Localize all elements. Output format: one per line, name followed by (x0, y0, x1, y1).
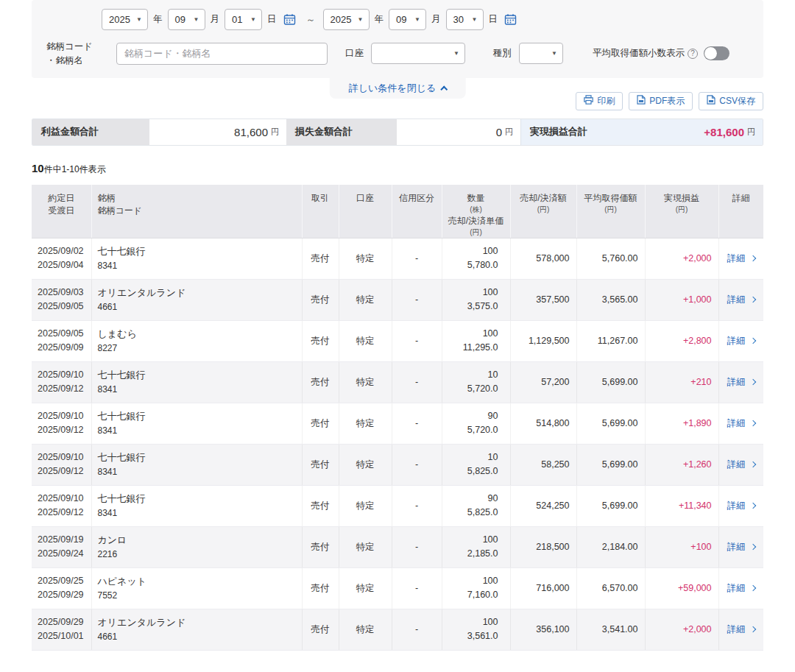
table-header-row: 約定日受渡日 銘柄銘柄コード 取引 口座 信用区分 数量(株)売却/決済単価(円… (32, 185, 763, 238)
cell-realized-pl: +1,890 (645, 403, 718, 444)
cell-dates: 2025/09/252025/09/29 (32, 567, 91, 609)
cell-realized-pl: +59,000 (645, 567, 718, 609)
to-day-value: 30 (453, 14, 464, 25)
cell-amount: 57,200 (510, 361, 576, 403)
search-conditions-panel: 2025▼ 年 09▼ 月 01▼ 日 ～ 2025▼ 年 09▼ 月 30▼ … (32, 0, 763, 78)
header-amount: 売却/決済額(円) (510, 185, 576, 238)
cell-trade: 売付 (302, 526, 339, 567)
chevron-right-icon (750, 338, 756, 344)
currency-suffix: 円 (505, 127, 513, 138)
to-month-select[interactable]: 09▼ (389, 9, 426, 30)
cell-detail: 詳細 (718, 444, 763, 485)
cell-stock: オリエンタルランド4661 (91, 609, 302, 650)
chevron-down-icon: ▼ (136, 16, 142, 23)
detail-link[interactable]: 詳細 (727, 500, 755, 512)
cell-dates: 2025/09/292025/10/01 (32, 609, 91, 650)
cell-qty-unitprice: 105,720.0 (442, 361, 510, 403)
cell-qty-unitprice: 905,720.0 (442, 403, 510, 444)
cell-qty-unitprice: 1003,561.0 (442, 609, 510, 650)
detail-link[interactable]: 詳細 (727, 252, 755, 265)
to-day-select[interactable]: 30▼ (446, 9, 484, 30)
cell-qty-unitprice: 905,825.0 (442, 485, 510, 526)
cell-dates: 2025/09/022025/09/04 (32, 238, 91, 279)
cell-stock: しまむら8227 (91, 320, 302, 361)
cell-qty-unitprice: 1002,185.0 (442, 526, 510, 567)
cell-stock: 七十七銀行8341 (91, 238, 302, 279)
avg-price-decimal-label: 平均取得価額小数表示 (593, 47, 685, 60)
cell-realized-pl: +2,800 (645, 320, 718, 361)
chevron-down-icon: ▼ (358, 16, 364, 23)
stock-code-name-input[interactable] (116, 43, 328, 65)
cell-detail: 詳細 (718, 526, 763, 567)
cell-dates: 2025/09/192025/09/24 (32, 526, 91, 567)
chevron-right-icon (750, 503, 756, 509)
close-conditions-link[interactable]: 詳しい条件を閉じる (349, 82, 447, 95)
cell-detail: 詳細 (718, 238, 763, 279)
table-row: 2025/09/292025/10/01 オリエンタルランド4661 売付 特定… (32, 609, 763, 650)
summary-bar: 利益金額合計 81,600円 損失金額合計 0円 実現損益合計 +81,600円 (32, 119, 763, 146)
detail-link[interactable]: 詳細 (727, 335, 755, 347)
cell-trade: 売付 (302, 279, 339, 320)
profit-total-label: 利益金額合計 (32, 119, 149, 145)
from-year-select[interactable]: 2025▼ (102, 9, 148, 30)
chevron-down-icon: ▼ (472, 16, 478, 23)
pdf-view-button[interactable]: PDF表示 (629, 92, 693, 110)
account-select[interactable]: ▼ (371, 43, 465, 64)
cell-dates: 2025/09/052025/09/09 (32, 320, 91, 361)
header-qty: 数量(株)売却/決済単価(円) (442, 185, 510, 238)
cell-margin: - (392, 444, 442, 485)
chevron-down-icon: ▼ (250, 16, 256, 23)
from-year-value: 2025 (109, 14, 130, 25)
chevron-right-icon (750, 585, 756, 591)
detail-link[interactable]: 詳細 (727, 459, 755, 471)
cell-dates: 2025/09/102025/09/12 (32, 485, 91, 526)
cell-stock: 七十七銀行8341 (91, 403, 302, 444)
cell-margin: - (392, 320, 442, 361)
csv-save-button[interactable]: CSV保存 (699, 92, 763, 110)
header-stock: 銘柄銘柄コード (91, 185, 302, 238)
day-suffix: 日 (267, 13, 277, 26)
detail-link[interactable]: 詳細 (727, 417, 755, 430)
month-suffix: 月 (431, 13, 441, 26)
help-icon[interactable]: ? (688, 49, 698, 59)
cell-detail: 詳細 (718, 279, 763, 320)
cell-account: 特定 (339, 403, 392, 444)
cell-realized-pl: +1,000 (645, 279, 718, 320)
cell-realized-pl: +2,000 (645, 609, 718, 650)
cell-trade: 売付 (302, 485, 339, 526)
result-count: 10件中1-10件表示 (32, 162, 763, 176)
cell-margin: - (392, 238, 442, 279)
cell-account: 特定 (339, 526, 392, 567)
to-month-value: 09 (396, 14, 406, 25)
cell-amount: 1,129,500 (510, 320, 576, 361)
detail-link[interactable]: 詳細 (727, 294, 755, 306)
to-calendar-icon[interactable] (504, 13, 517, 26)
detail-link[interactable]: 詳細 (727, 376, 755, 389)
from-calendar-icon[interactable] (283, 13, 296, 26)
table-row: 2025/09/192025/09/24 カンロ2216 売付 特定 - 100… (32, 526, 763, 567)
detail-link[interactable]: 詳細 (727, 623, 755, 636)
detail-link[interactable]: 詳細 (727, 582, 755, 595)
from-day-select[interactable]: 01▼ (225, 9, 262, 30)
cell-account: 特定 (339, 238, 392, 279)
cell-detail: 詳細 (718, 609, 763, 650)
chevron-right-icon (750, 379, 756, 385)
to-year-select[interactable]: 2025▼ (323, 9, 370, 30)
header-trade: 取引 (302, 185, 339, 238)
type-select[interactable]: ▼ (519, 43, 563, 64)
detail-link[interactable]: 詳細 (727, 541, 755, 553)
cell-margin: - (392, 526, 442, 567)
print-button[interactable]: 印刷 (576, 92, 623, 110)
type-label: 種別 (493, 47, 512, 60)
from-month-select[interactable]: 09▼ (168, 9, 205, 30)
cell-dates: 2025/09/102025/09/12 (32, 403, 91, 444)
close-conditions-tab: 詳しい条件を閉じる (330, 78, 466, 99)
cell-stock: 七十七銀行8341 (91, 444, 302, 485)
cell-qty-unitprice: 1007,160.0 (442, 567, 510, 609)
cell-margin: - (392, 279, 442, 320)
cell-trade: 売付 (302, 361, 339, 403)
cell-qty-unitprice: 1005,780.0 (442, 238, 510, 279)
chevron-right-icon (750, 255, 756, 261)
csv-file-icon (707, 95, 716, 107)
avg-price-decimal-toggle[interactable] (704, 46, 729, 60)
